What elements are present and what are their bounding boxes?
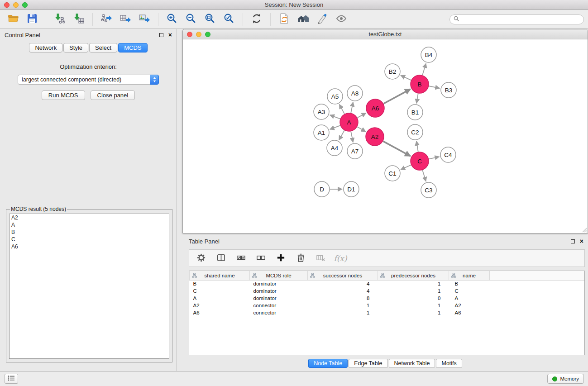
graph-node-B3[interactable]: B3 xyxy=(441,82,456,98)
control-panel-close-button[interactable]: × xyxy=(168,32,172,38)
control-panel-tab-mcds[interactable]: MCDS xyxy=(118,43,147,52)
graph-node-A5[interactable]: A5 xyxy=(327,89,343,104)
graph-node-A7[interactable]: A7 xyxy=(347,143,363,159)
export-table-button[interactable] xyxy=(118,12,133,27)
table-tab-edge-table[interactable]: Edge Table xyxy=(349,359,387,368)
task-history-button[interactable] xyxy=(5,374,18,384)
delete-column-button[interactable] xyxy=(294,252,307,265)
graph-node-C1[interactable]: C1 xyxy=(385,166,400,181)
mcds-result-item[interactable]: C xyxy=(10,236,169,243)
maximize-window-button[interactable] xyxy=(22,2,28,8)
network-minimize-button[interactable] xyxy=(196,32,201,37)
reload-network-button[interactable] xyxy=(277,12,292,27)
show-graphics-button[interactable] xyxy=(334,12,349,27)
graph-node-B2[interactable]: B2 xyxy=(385,64,400,79)
graph-edge-A-A7[interactable] xyxy=(351,132,353,143)
annotation-button[interactable] xyxy=(315,12,330,27)
network-canvas[interactable]: B4B2BB3A5A8A6A3B1AA1C2A2A4A7C4CC1C3DD1 xyxy=(183,39,588,233)
zoom-in-button[interactable] xyxy=(164,12,180,27)
optimization-criterion-select[interactable]: largest connected component (directed) xyxy=(18,75,159,85)
column-header-name[interactable]: name xyxy=(449,271,490,280)
graph-edge-A6-B[interactable] xyxy=(384,89,411,104)
graph-node-A3[interactable]: A3 xyxy=(314,104,329,119)
memory-button[interactable]: Memory xyxy=(547,374,584,384)
column-header-shared-name[interactable]: shared name xyxy=(190,271,250,280)
run-mcds-button[interactable]: Run MCDS xyxy=(42,91,85,100)
graph-edge-B-B1[interactable] xyxy=(416,94,418,104)
close-panel-button[interactable]: Close panel xyxy=(91,91,135,100)
table-tab-motifs[interactable]: Motifs xyxy=(436,359,462,368)
graph-node-D1[interactable]: D1 xyxy=(344,181,359,197)
mcds-result-item[interactable]: A6 xyxy=(10,243,169,250)
graph-edge-A-A1[interactable] xyxy=(330,125,340,129)
graph-node-D[interactable]: D xyxy=(314,181,330,197)
table-tab-node-table[interactable]: Node Table xyxy=(308,359,348,368)
table-tab-network-table[interactable]: Network Table xyxy=(389,359,435,368)
graph-node-A2[interactable]: A2 xyxy=(366,128,384,146)
table-row-C[interactable]: Cdominator41C xyxy=(190,287,585,295)
network-close-button[interactable] xyxy=(187,32,192,37)
resize-grip[interactable] xyxy=(581,227,587,233)
table-panel-float-button[interactable] xyxy=(571,239,575,243)
graph-edge-A-A5[interactable] xyxy=(339,105,344,114)
mcds-result-list[interactable]: A2ABCA6 xyxy=(9,214,169,359)
graph-node-A[interactable]: A xyxy=(340,113,358,131)
graph-edge-A-A2[interactable] xyxy=(357,127,366,131)
zoom-selected-button[interactable] xyxy=(221,12,237,27)
import-network-button[interactable] xyxy=(52,12,67,27)
column-header-successor-nodes[interactable]: successor nodes xyxy=(308,271,378,280)
home-button[interactable] xyxy=(296,12,311,27)
control-panel-tab-style[interactable]: Style xyxy=(63,43,88,52)
graph-node-B[interactable]: B xyxy=(411,75,429,93)
add-column-button[interactable] xyxy=(274,252,287,265)
graph-edge-A-A6[interactable] xyxy=(358,113,366,118)
select-all-button[interactable] xyxy=(234,252,247,265)
network-maximize-button[interactable] xyxy=(205,32,210,37)
table-row-B[interactable]: Bdominator41B xyxy=(190,280,585,287)
table-panel-close-button[interactable]: × xyxy=(580,238,583,244)
mcds-result-item[interactable]: B xyxy=(10,229,169,236)
graph-node-C2[interactable]: C2 xyxy=(407,124,423,140)
graph-edge-A-A3[interactable] xyxy=(330,115,340,119)
import-table-button[interactable] xyxy=(71,12,86,27)
graph-edge-C-C2[interactable] xyxy=(416,141,418,152)
table-row-A6[interactable]: A6connector11A6 xyxy=(190,309,585,316)
control-panel-tab-select[interactable]: Select xyxy=(89,43,117,52)
graph-edge-A2-C[interactable] xyxy=(383,141,410,156)
column-header-MCDS-role[interactable]: MCDS role xyxy=(250,271,308,280)
graph-edge-C-C3[interactable] xyxy=(422,170,426,181)
graph-edge-A-A8[interactable] xyxy=(351,102,353,113)
search-box[interactable] xyxy=(449,14,584,24)
graph-edge-B-B2[interactable] xyxy=(401,76,411,81)
zoom-out-button[interactable] xyxy=(183,12,199,27)
graph-node-A6[interactable]: A6 xyxy=(366,99,384,117)
minimize-window-button[interactable] xyxy=(13,2,19,8)
graph-edge-A-A4[interactable] xyxy=(339,130,344,140)
deselect-all-button[interactable] xyxy=(254,252,267,265)
control-panel-tab-network[interactable]: Network xyxy=(29,43,62,52)
graph-node-B4[interactable]: B4 xyxy=(421,47,436,62)
save-session-button[interactable] xyxy=(24,12,40,27)
refresh-view-button[interactable] xyxy=(249,12,264,27)
export-image-button[interactable] xyxy=(137,12,152,27)
graph-node-A8[interactable]: A8 xyxy=(347,86,363,101)
graph-edge-C-C1[interactable] xyxy=(401,165,411,170)
graph-node-B1[interactable]: B1 xyxy=(407,105,423,120)
export-network-button[interactable] xyxy=(99,12,114,27)
search-input[interactable] xyxy=(462,16,580,23)
mcds-result-item[interactable]: A2 xyxy=(10,214,169,221)
graph-node-C[interactable]: C xyxy=(411,152,429,170)
graph-node-A4[interactable]: A4 xyxy=(327,140,342,156)
close-window-button[interactable] xyxy=(4,2,10,8)
show-columns-button[interactable] xyxy=(215,252,227,265)
network-window-titlebar[interactable]: testGlobe.txt xyxy=(183,29,588,39)
table-row-A[interactable]: Adominator80A xyxy=(190,295,585,302)
column-header-predecessor-nodes[interactable]: predecessor nodes xyxy=(378,271,449,280)
table-row-A2[interactable]: A2connector11A2 xyxy=(190,302,585,309)
graph-edge-B-B4[interactable] xyxy=(422,63,426,75)
graph-edge-B-B3[interactable] xyxy=(429,86,440,88)
graph-node-C3[interactable]: C3 xyxy=(421,182,436,198)
table-options-button[interactable] xyxy=(195,252,207,265)
graph-node-C4[interactable]: C4 xyxy=(440,147,456,162)
graph-node-A1[interactable]: A1 xyxy=(314,125,329,140)
